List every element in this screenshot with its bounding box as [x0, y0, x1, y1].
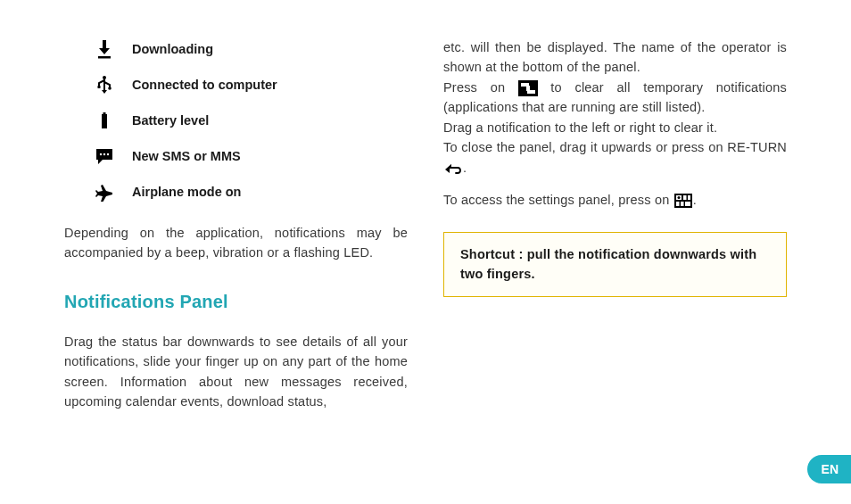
text-run: To access the settings panel, press on: [443, 193, 673, 207]
section-heading: Notifications Panel: [64, 288, 408, 316]
sms-icon: [93, 145, 116, 168]
list-item-label: Connected to computer: [132, 75, 277, 95]
clear-icon: [518, 80, 538, 96]
list-item: Connected to computer: [93, 73, 408, 96]
paragraph: Depending on the application, notificati…: [64, 223, 408, 263]
text-run: .: [463, 161, 467, 175]
list-item: Airplane mode on: [93, 180, 408, 203]
text-run: Drag a notification to the left or right…: [443, 120, 717, 135]
left-column: Downloading Connected to computer Batter…: [64, 37, 408, 412]
paragraph: etc. will then be displayed. The name of…: [443, 37, 787, 178]
status-icon-list: Downloading Connected to computer Batter…: [93, 37, 408, 203]
list-item-label: Battery level: [132, 111, 209, 130]
language-badge: EN: [807, 455, 851, 483]
text-run: To close the panel, drag it upwards or p…: [443, 140, 787, 154]
list-item: Battery level: [93, 109, 408, 132]
paragraph: Drag the status bar downwards to see det…: [64, 332, 408, 412]
text-run: .: [693, 193, 697, 207]
settings-grid-icon: [673, 193, 693, 209]
battery-icon: [93, 109, 116, 132]
download-icon: [93, 37, 116, 61]
airplane-icon: [93, 180, 116, 203]
list-item-label: Airplane mode on: [132, 182, 241, 202]
text-run: Press on: [443, 80, 518, 95]
list-item: New SMS or MMS: [93, 145, 408, 168]
usb-icon: [93, 73, 116, 96]
text-run: etc. will then be displayed. The name of…: [443, 40, 787, 74]
list-item-label: New SMS or MMS: [132, 146, 241, 166]
list-item: Downloading: [93, 37, 408, 61]
right-column: etc. will then be displayed. The name of…: [443, 37, 787, 412]
shortcut-tip: Shortcut : pull the notification downwar…: [443, 232, 787, 298]
return-icon: [443, 161, 463, 177]
paragraph: To access the settings panel, press on .: [443, 190, 787, 210]
list-item-label: Downloading: [132, 39, 213, 59]
